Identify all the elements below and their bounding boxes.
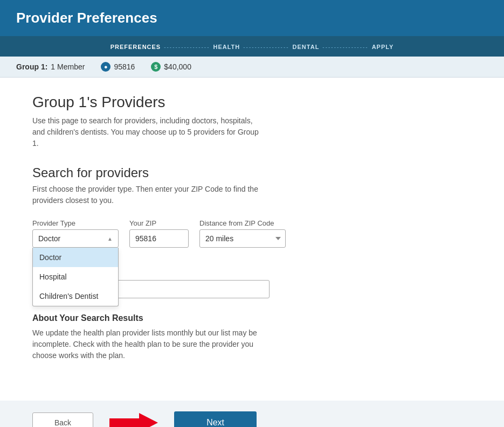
location-icon: ●: [101, 62, 111, 72]
distance-group: Distance from ZIP Code 5 miles 10 miles …: [199, 219, 286, 248]
zip-input[interactable]: [129, 229, 189, 248]
providers-desc: Use this page to search for providers, i…: [32, 115, 259, 149]
provider-type-group: Provider Type Doctor ▲ Doctor Hospital C…: [32, 219, 119, 248]
step-divider-2: ----------------: [243, 44, 289, 50]
dropdown-item-childrens-dentist[interactable]: Children's Dentist: [33, 286, 118, 306]
step-preferences[interactable]: PREFERENCES: [111, 44, 161, 50]
about-section: About Your Search Results We update the …: [32, 313, 472, 361]
distance-select[interactable]: 5 miles 10 miles 20 miles 50 miles: [199, 229, 286, 248]
back-button[interactable]: Back: [32, 412, 93, 427]
step-health[interactable]: HEALTH: [213, 44, 240, 50]
footer-buttons: Back Next: [0, 401, 504, 427]
chevron-up-icon: ▲: [107, 236, 113, 242]
distance-label: Distance from ZIP Code: [199, 219, 286, 227]
arrow-indicator-icon: [109, 413, 158, 427]
group-bar: Group 1: 1 Member ● 95816 $ $40,000: [0, 57, 504, 78]
member-count: 1 Member: [51, 62, 85, 71]
dollar-icon: $: [151, 62, 161, 72]
page-title: Provider Preferences: [16, 10, 488, 26]
about-desc: We update the health plan provider lists…: [32, 327, 270, 361]
next-button[interactable]: Next: [174, 411, 257, 427]
zip-label: Your ZIP: [129, 219, 189, 227]
about-title: About Your Search Results: [32, 313, 472, 323]
income-info: $ $40,000: [151, 62, 191, 72]
search-desc: First choose the provider type. Then ent…: [32, 184, 259, 206]
dropdown-item-doctor[interactable]: Doctor: [33, 248, 118, 267]
provider-type-select[interactable]: Doctor ▲: [32, 229, 119, 248]
providers-title: Group 1's Providers: [32, 94, 472, 111]
page-header: Provider Preferences: [0, 0, 504, 36]
group-label: Group 1:: [16, 62, 47, 71]
group-info: Group 1: 1 Member: [16, 62, 85, 71]
step-apply[interactable]: APPLY: [372, 44, 394, 50]
zip-group: Your ZIP: [129, 219, 189, 248]
svg-marker-0: [109, 413, 158, 427]
step-divider-1: ----------------: [164, 44, 210, 50]
search-title: Search for providers: [32, 165, 472, 180]
dropdown-item-hospital[interactable]: Hospital: [33, 267, 118, 286]
main-content: Group 1's Providers Use this page to sea…: [0, 78, 504, 401]
step-dental[interactable]: DENTAL: [293, 44, 320, 50]
zip-info: ● 95816: [101, 62, 135, 72]
provider-type-dropdown: Doctor Hospital Children's Dentist: [32, 248, 119, 306]
provider-type-value: Doctor: [38, 234, 60, 243]
step-navigation: PREFERENCES ---------------- HEALTH ----…: [0, 36, 504, 57]
provider-type-label: Provider Type: [32, 219, 119, 227]
income-value: $40,000: [164, 62, 191, 71]
provider-type-wrapper: Doctor ▲ Doctor Hospital Children's Dent…: [32, 229, 119, 248]
step-divider-3: ----------------: [322, 44, 368, 50]
zip-value: 95816: [114, 62, 135, 71]
search-form-row: Provider Type Doctor ▲ Doctor Hospital C…: [32, 219, 472, 248]
